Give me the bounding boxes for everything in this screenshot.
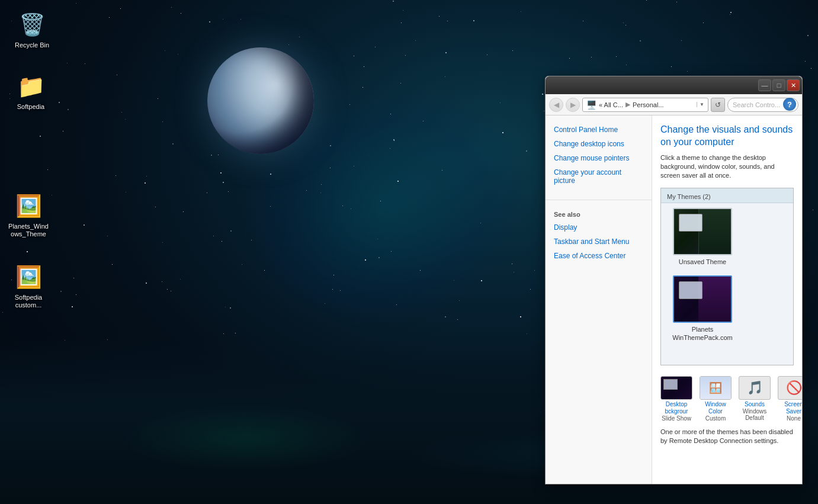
unsaved-overlay-layer [698,209,731,254]
address-bar: ◀ ▶ 🖥️ « All C... ▶ Personal... ▼ ↺ Sear… [546,94,802,115]
unsaved-mini-window [679,214,702,232]
sidebar-change-desktop-icons[interactable]: Change desktop icons [546,137,652,151]
sounds-sublabel: WindowsDefault [743,408,767,421]
see-also-title: See also [546,205,652,220]
desktop-icon-softpedia-custom[interactable]: 🖼️ Softpedia custom... [5,261,52,312]
forward-button[interactable]: ▶ [566,98,580,112]
toolbar-sounds[interactable]: 🎵 Sounds WindowsDefault [739,376,771,422]
window-color-icon-box: 🪟 [700,376,732,400]
themes-scroll-area[interactable]: My Themes (2) Unsaved Theme [660,188,794,365]
window-body: Control Panel Home Change desktop icons … [546,115,802,484]
planets-theme-preview [673,275,732,323]
sidebar-change-mouse-pointers[interactable]: Change mouse pointers [546,151,652,165]
moon-decoration [207,47,314,154]
back-button[interactable]: ◀ [549,98,563,112]
softpedia-custom-label: Softpedia custom... [7,294,50,309]
theme-item-unsaved[interactable]: Unsaved Theme [667,208,738,266]
unsaved-theme-bg [674,209,731,254]
my-themes-label: My Themes (2) [661,188,793,203]
sidebar-ease-access-link[interactable]: Ease of Access Center [546,249,652,263]
control-panel-icon: 🖥️ [586,100,596,110]
softpedia-label: Softpedia [17,103,44,111]
desktop-background-label: Desktopbckgrour [665,401,688,415]
main-content: Change the visuals and sounds on your co… [652,115,802,484]
unsaved-theme-name: Unsaved Theme [667,258,738,266]
desktop-background-icon-box [660,376,692,400]
sidebar-display-link[interactable]: Display [546,220,652,235]
recycle-bin-icon: 🗑️ [18,11,46,39]
sounds-icon: 🎵 [747,380,763,396]
breadcrumb-separator: ▶ [625,101,630,108]
desktop-background-icon [661,377,692,399]
screen-saver-icon: 🚫 [786,380,802,396]
desktop-icon-recycle-bin[interactable]: 🗑️ Recycle Bin [8,8,56,52]
desktop-icon-softpedia[interactable]: 📁 Softpedia [7,70,54,113]
sounds-icon-box: 🎵 [739,376,771,400]
planets-overlay-layer [698,277,731,322]
window-color-icon: 🪟 [700,377,731,399]
breadcrumb-dropdown-arrow[interactable]: ▼ [697,102,704,107]
planets-mini-window [679,281,702,299]
breadcrumb-personalization[interactable]: Personal... [633,101,694,108]
sounds-label: Sounds [745,401,765,408]
softpedia-custom-icon: 🖼️ [14,263,43,291]
status-text: One or more of the themes has been disab… [660,428,794,446]
desktop: 🗑️ Recycle Bin 📁 Softpedia 🖼️ Planets_Wi… [0,0,818,504]
planets-theme-bg [674,277,731,322]
page-description: Click a theme to change the desktop back… [660,153,794,181]
screen-saver-label: ScreenSaver [784,401,802,415]
theme-item-planets[interactable]: Planets WinThemePack.com [667,275,738,342]
search-placeholder-text: Search Contro... [733,101,780,108]
sidebar-change-account-picture[interactable]: Change your account picture [546,165,652,188]
refresh-button[interactable]: ↺ [711,98,725,112]
breadcrumb-all-control[interactable]: « All C... [599,101,623,108]
titlebar: — □ ✕ [546,76,802,94]
unsaved-theme-preview [673,208,732,255]
sidebar: Control Panel Home Change desktop icons … [546,115,652,484]
window-color-label: WindowColor [705,401,726,415]
maximize-button[interactable]: □ [772,79,785,91]
toolbar-window-color[interactable]: 🪟 WindowColor Custom [700,376,732,422]
toolbar-desktop-background[interactable]: Desktopbckgrour Slide Show [660,376,692,422]
minimize-button[interactable]: — [758,79,771,91]
page-title: Change the visuals and sounds on your co… [660,124,794,149]
planets-theme-label: Planets_Windows_Theme [7,223,50,238]
planets-theme-name: Planets WinThemePack.com [667,325,738,342]
desktop-icon-planets-theme[interactable]: 🖼️ Planets_Windows_Theme [5,190,52,240]
sidebar-taskbar-link[interactable]: Taskbar and Start Menu [546,235,652,249]
window-color-sublabel: Custom [705,415,726,422]
toolbar-screen-saver[interactable]: 🚫 ScreenSaver None [778,376,802,422]
control-panel-window: — □ ✕ ◀ ▶ 🖥️ « All C... ▶ Personal... ▼ … [545,76,803,484]
screen-saver-icon-box: 🚫 [778,376,802,400]
sidebar-control-panel-home[interactable]: Control Panel Home [546,123,652,137]
help-button[interactable]: ? [783,98,796,111]
bottom-toolbar: Desktopbckgrour Slide Show 🪟 WindowColor… [660,374,794,422]
planets-theme-icon: 🖼️ [14,192,43,220]
desktop-background-sublabel: Slide Show [662,415,691,422]
recycle-bin-label: Recycle Bin [15,41,49,49]
close-button[interactable]: ✕ [787,79,800,91]
screen-saver-sublabel: None [787,415,801,422]
folder-icon: 📁 [17,72,45,101]
